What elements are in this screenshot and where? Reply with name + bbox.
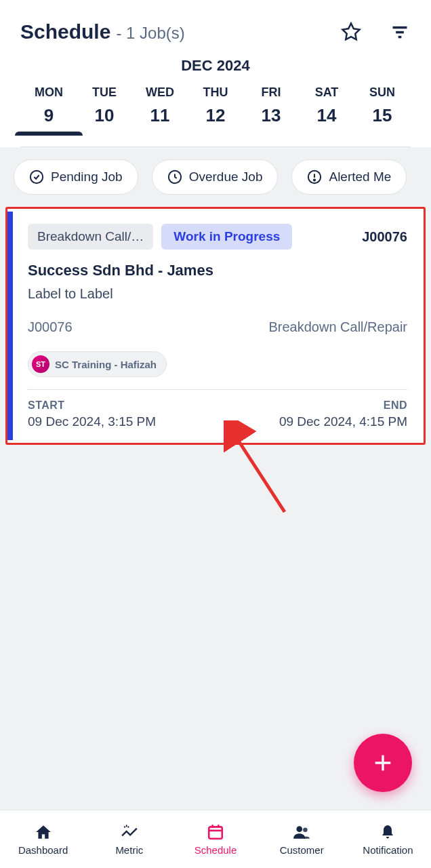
job-type-tag: Breakdown Call/… <box>28 224 153 250</box>
calendar-icon <box>172 823 258 842</box>
day-indicator <box>188 132 243 136</box>
nav-customer-label: Customer <box>259 844 345 856</box>
job-company: Success Sdn Bhd - James <box>28 262 407 279</box>
nav-dashboard[interactable]: Dashboard <box>0 823 86 856</box>
nav-notification[interactable]: Notification <box>345 823 431 856</box>
assignee-chip: ST SC Training - Hafizah <box>28 351 167 377</box>
nav-metric-label: Metric <box>86 844 172 856</box>
day-name: MON <box>22 85 76 100</box>
filter-overdue[interactable]: Overdue Job <box>152 159 279 195</box>
filter-alerted-label: Alerted Me <box>329 170 391 184</box>
filter-alerted[interactable]: Alerted Me <box>291 159 407 195</box>
day-name: WED <box>133 85 187 100</box>
title-text: Schedule <box>20 20 110 43</box>
day-indicator <box>244 132 298 136</box>
nav-dashboard-label: Dashboard <box>0 844 86 856</box>
day-indicator <box>355 132 409 136</box>
svg-point-4 <box>30 171 43 183</box>
filter-pending-label: Pending Job <box>51 170 123 184</box>
day-cell-wed[interactable]: WED11 <box>133 85 187 136</box>
star-icon[interactable] <box>340 21 362 43</box>
day-indicator <box>300 132 354 136</box>
day-cell-thu[interactable]: THU12 <box>188 85 243 136</box>
customer-icon <box>259 823 345 842</box>
svg-rect-3 <box>398 36 402 39</box>
nav-notification-label: Notification <box>345 844 431 856</box>
job-status-tag: Work in Progress <box>161 224 292 250</box>
start-label: START <box>28 399 156 412</box>
day-indicator <box>77 132 131 136</box>
day-cell-tue[interactable]: TUE10 <box>77 85 131 136</box>
day-name: SAT <box>300 85 354 100</box>
day-name: TUE <box>77 85 131 100</box>
page-title: Schedule - 1 Job(s) <box>20 20 185 43</box>
day-number: 9 <box>22 105 76 126</box>
day-cell-mon[interactable]: MON9 <box>22 85 76 136</box>
end-value: 09 Dec 2024, 4:15 PM <box>279 414 407 429</box>
day-name: FRI <box>244 85 298 100</box>
day-number: 12 <box>188 105 243 126</box>
filter-pending[interactable]: Pending Job <box>14 159 138 195</box>
day-cell-sat[interactable]: SAT14 <box>300 85 354 136</box>
svg-marker-0 <box>343 24 360 40</box>
start-value: 09 Dec 2024, 3:15 PM <box>28 414 156 429</box>
avatar: ST <box>32 355 49 373</box>
end-label: END <box>279 399 407 412</box>
day-number: 11 <box>133 105 187 126</box>
day-cell-fri[interactable]: FRI13 <box>244 85 298 136</box>
svg-rect-13 <box>209 827 222 838</box>
title-subcount: - 1 Job(s) <box>116 24 184 43</box>
svg-point-17 <box>297 826 303 832</box>
nav-schedule[interactable]: Schedule <box>172 823 258 856</box>
add-button[interactable] <box>354 734 412 792</box>
nav-customer[interactable]: Customer <box>259 823 345 856</box>
day-cell-sun[interactable]: SUN15 <box>355 85 409 136</box>
day-number: 14 <box>300 105 354 126</box>
day-name: SUN <box>355 85 409 100</box>
filter-overdue-label: Overdue Job <box>189 170 263 184</box>
job-id: J00076 <box>362 229 407 245</box>
svg-point-18 <box>303 828 308 833</box>
home-icon <box>0 823 86 842</box>
svg-rect-2 <box>396 31 404 34</box>
bell-icon <box>345 823 431 842</box>
week-picker: MON9TUE10WED11THU12FRI13SAT14SUN15 <box>20 85 411 147</box>
divider <box>28 389 407 390</box>
job-card[interactable]: Breakdown Call/… Work in Progress J00076… <box>5 207 426 445</box>
metric-icon <box>86 823 172 842</box>
nav-schedule-label: Schedule <box>172 844 258 856</box>
day-name: THU <box>188 85 243 100</box>
day-number: 13 <box>244 105 298 126</box>
month-label: DEC 2024 <box>20 57 411 85</box>
day-number: 10 <box>77 105 131 126</box>
svg-point-8 <box>314 179 315 180</box>
svg-rect-1 <box>393 26 407 29</box>
assignee-name: SC Training - Hafizah <box>55 359 157 370</box>
filter-icon[interactable] <box>389 21 411 43</box>
job-label-line: Label to Label <box>28 286 407 302</box>
svg-line-10 <box>236 437 285 512</box>
nav-metric[interactable]: Metric <box>86 823 172 856</box>
job-type-full: Breakdown Call/Repair <box>268 319 407 335</box>
job-id-secondary: J00076 <box>28 319 73 335</box>
day-indicator <box>133 132 187 136</box>
day-number: 15 <box>355 105 409 126</box>
day-indicator <box>15 132 83 136</box>
